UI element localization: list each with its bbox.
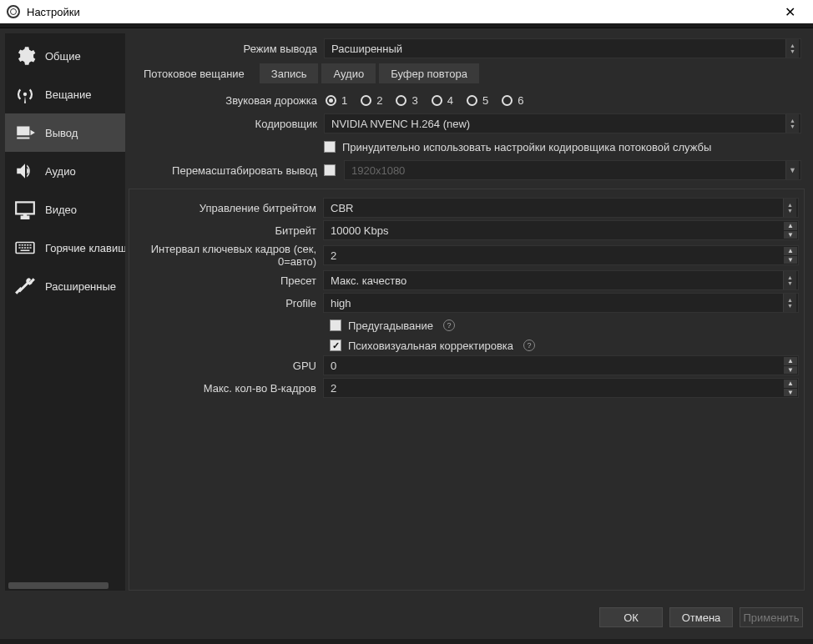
- output-mode-value: Расширенный: [331, 43, 402, 55]
- lookahead-checkbox[interactable]: [330, 319, 341, 331]
- encoder-select[interactable]: NVIDIA NVENC H.264 (new) ▲▼: [324, 113, 801, 133]
- monitor-icon: [13, 198, 37, 221]
- keyboard-icon: [13, 236, 37, 259]
- tools-icon: [13, 274, 37, 298]
- radio-icon: [326, 95, 336, 106]
- sidebar-item-hotkeys[interactable]: Горячие клавиши: [5, 229, 125, 267]
- keyint-label: Интервал ключевых кадров (сек, 0=авто): [134, 243, 323, 268]
- sidebar-item-label: Видео: [45, 204, 77, 216]
- encoder-settings-panel: Управление битрейтом CBR ▲▼ Битрейт 1000…: [129, 189, 805, 591]
- broadcast-icon: [13, 83, 37, 106]
- encoder-value: NVIDIA NVENC H.264 (new): [331, 118, 470, 130]
- sidebar-item-advanced[interactable]: Расширенные: [5, 267, 125, 305]
- output-tabs: Потоковое вещание Запись Аудио Буфер пов…: [132, 63, 801, 83]
- bframes-value: 2: [331, 382, 336, 395]
- audio-track-5[interactable]: 5: [467, 94, 488, 107]
- speaker-icon: [13, 159, 37, 183]
- audio-track-3[interactable]: 3: [396, 94, 417, 107]
- tab-streaming[interactable]: Потоковое вещание: [132, 63, 256, 83]
- sidebar-item-general[interactable]: Общие: [5, 37, 125, 75]
- audio-track-radio-group: 1 2 3 4 5 6: [324, 94, 523, 107]
- sidebar-item-stream[interactable]: Вещание: [5, 75, 125, 113]
- rate-control-label: Управление битрейтом: [134, 202, 323, 214]
- bitrate-value: 10000 Kbps: [331, 224, 388, 237]
- keyint-value: 2: [331, 249, 336, 262]
- sidebar-item-output[interactable]: Вывод: [5, 113, 125, 152]
- sidebar-scrollbar[interactable]: [5, 581, 125, 591]
- rescale-select[interactable]: 1920x1080 ▼: [344, 160, 801, 180]
- spinner-up-icon[interactable]: ▲: [784, 357, 797, 366]
- sidebar: Общие Вещание Вывод Аудио Видео: [5, 33, 125, 591]
- radio-icon: [432, 95, 442, 106]
- window-title: Настройки: [27, 6, 80, 18]
- gpu-value: 0: [331, 360, 336, 372]
- gear-icon: [13, 44, 37, 68]
- bitrate-label: Битрейт: [134, 224, 323, 237]
- sidebar-item-label: Горячие клавиши: [45, 242, 125, 254]
- audio-track-2[interactable]: 2: [361, 94, 382, 107]
- dialog-footer: ОК Отмена Применить: [0, 596, 813, 639]
- spinner-down-icon[interactable]: ▼: [784, 389, 797, 397]
- spinner-up-icon[interactable]: ▲: [784, 380, 797, 389]
- main-panel: Режим вывода Расширенный ▲▼ Потоковое ве…: [125, 33, 808, 591]
- audio-track-label: Звуковая дорожка: [132, 94, 324, 107]
- rescale-label: Перемасштабировать вывод: [132, 164, 324, 177]
- spinner-up-icon[interactable]: ▲: [784, 247, 797, 256]
- output-icon: [13, 121, 37, 144]
- tab-audio[interactable]: Аудио: [321, 63, 376, 83]
- preset-label: Пресет: [134, 274, 323, 287]
- sidebar-item-label: Расширенные: [45, 280, 116, 293]
- output-mode-select[interactable]: Расширенный ▲▼: [324, 38, 801, 58]
- output-mode-label: Режим вывода: [132, 43, 324, 55]
- apply-button[interactable]: Применить: [740, 607, 803, 627]
- gpu-input[interactable]: 0 ▲▼: [323, 355, 799, 375]
- preset-value: Макс. качество: [331, 274, 406, 287]
- bframes-input[interactable]: 2 ▲▼: [323, 378, 799, 398]
- radio-icon: [467, 95, 477, 106]
- radio-icon: [396, 95, 406, 106]
- rate-control-value: CBR: [331, 202, 353, 214]
- radio-icon: [502, 95, 513, 106]
- ok-button[interactable]: ОК: [599, 607, 663, 627]
- psycho-label: Психовизуальная корректировка: [348, 340, 513, 352]
- profile-label: Profile: [134, 297, 323, 309]
- help-icon[interactable]: ?: [523, 340, 535, 351]
- psycho-checkbox[interactable]: [330, 340, 341, 351]
- spinner-down-icon[interactable]: ▼: [784, 231, 797, 239]
- sidebar-item-label: Аудио: [45, 165, 76, 178]
- lookahead-label: Предугадывание: [348, 319, 433, 332]
- title-bar: Настройки ✕: [0, 0, 813, 23]
- audio-track-1[interactable]: 1: [326, 94, 347, 107]
- enforce-checkbox[interactable]: [324, 141, 336, 153]
- spinner-down-icon[interactable]: ▼: [784, 366, 797, 375]
- spinner-up-icon[interactable]: ▲: [784, 222, 797, 231]
- tab-replay-buffer[interactable]: Буфер повтора: [379, 63, 479, 83]
- tab-recording[interactable]: Запись: [260, 63, 319, 83]
- rescale-checkbox[interactable]: [324, 164, 336, 176]
- radio-icon: [361, 95, 371, 106]
- bitrate-input[interactable]: 10000 Kbps ▲▼: [323, 220, 799, 240]
- sidebar-item-label: Вывод: [45, 127, 78, 139]
- rate-control-select[interactable]: CBR ▲▼: [323, 198, 799, 218]
- help-icon[interactable]: ?: [443, 319, 455, 331]
- scrollbar-thumb[interactable]: [8, 582, 109, 589]
- rescale-value: 1920x1080: [351, 164, 405, 177]
- sidebar-item-audio[interactable]: Аудио: [5, 152, 125, 190]
- encoder-label: Кодировщик: [132, 118, 324, 130]
- profile-value: high: [331, 297, 351, 309]
- sidebar-item-label: Вещание: [45, 88, 92, 101]
- app-icon: [7, 5, 20, 18]
- audio-track-4[interactable]: 4: [432, 94, 453, 107]
- preset-select[interactable]: Макс. качество ▲▼: [323, 270, 799, 290]
- spinner-down-icon[interactable]: ▼: [784, 256, 797, 264]
- sidebar-item-label: Общие: [45, 50, 81, 63]
- sidebar-item-video[interactable]: Видео: [5, 190, 125, 229]
- enforce-label: Принудительно использовать настройки код…: [342, 141, 711, 153]
- close-icon[interactable]: ✕: [773, 4, 806, 20]
- gpu-label: GPU: [134, 360, 323, 372]
- bframes-label: Макс. кол-во B-кадров: [134, 382, 323, 395]
- keyint-input[interactable]: 2 ▲▼: [323, 245, 799, 265]
- cancel-button[interactable]: Отмена: [669, 607, 733, 627]
- profile-select[interactable]: high ▲▼: [323, 293, 799, 313]
- audio-track-6[interactable]: 6: [502, 94, 523, 107]
